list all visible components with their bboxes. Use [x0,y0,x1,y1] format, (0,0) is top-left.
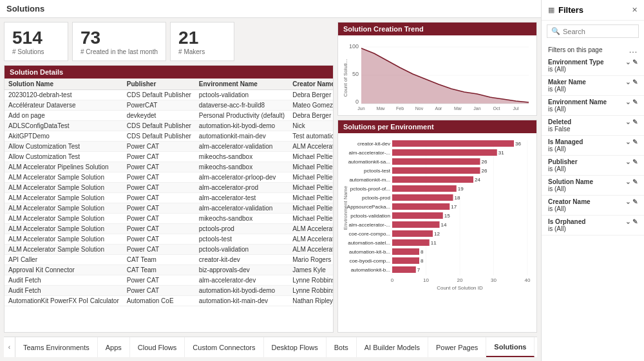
table-row[interactable]: ALM Accelerator Sample SolutionPower CAT… [5,203,333,214]
filters-title: Filters [558,5,583,15]
filter-edit-icon[interactable]: ✎ [632,178,638,185]
svg-text:14: 14 [441,222,447,228]
svg-text:pctools-proof-of...: pctools-proof-of... [350,186,390,192]
table-row[interactable]: Audit FetchPower CATautomation-kit-byodi… [5,286,333,296]
svg-text:31: 31 [498,150,504,156]
col-publisher[interactable]: Publisher [123,79,195,90]
table-row[interactable]: 20230120-debrah-testCDS Default Publishe… [5,90,333,100]
tab-cloud-flows[interactable]: Cloud Flows [130,337,185,357]
svg-rect-66 [392,221,440,228]
filter-edit-icon[interactable]: ✎ [632,98,638,106]
env-chart-svg: Environment Name 010203040creator-kit-de… [342,137,534,295]
kpi-solutions: 514 # Solutions [4,22,68,61]
tab-business-process-flows[interactable]: Business Process Flows [535,337,537,357]
filter-chevron-icon[interactable]: ⌄ [625,59,630,66]
svg-text:40: 40 [525,277,531,283]
filters-search-box[interactable]: 🔍 [547,24,639,38]
kpi-makers-label: # Makers [178,48,226,55]
tab-apps[interactable]: Apps [98,337,130,357]
solution-details-table-container[interactable]: Solution Name Publisher Environment Name… [5,79,333,332]
table-row[interactable]: Add on pagedevkeydetPersonal Productivit… [5,111,333,121]
filter-item: Is Managed ⌄ ✎ is (All) [542,136,644,156]
svg-text:alm-accelerator-...: alm-accelerator-... [349,150,390,156]
svg-text:12: 12 [434,231,440,237]
filter-chevron-icon[interactable]: ⌄ [625,118,630,125]
table-row[interactable]: ALM Accelerator Sample SolutionPower CAT… [5,224,333,234]
filter-edit-icon[interactable]: ✎ [632,218,638,225]
table-row[interactable]: ALM Accelerator Sample SolutionPower CAT… [5,193,333,203]
filter-chevron-icon[interactable]: ⌄ [625,218,630,225]
table-row[interactable]: ADLSConfigDataTestCDS Default Publishera… [5,121,333,131]
tab-bots[interactable]: Bots [327,337,357,357]
kpi-makers-value: 21 [178,28,226,48]
table-row[interactable]: ALM Accelerator Pipelines SolutionPower … [5,162,333,172]
table-row[interactable]: API CallerCAT Teamcreator-kit-devMario R… [5,255,333,265]
filters-close-icon[interactable]: ✕ [632,6,638,14]
svg-text:11: 11 [431,240,437,246]
kpi-makers: 21 # Makers [170,22,234,61]
svg-text:AppsourcePacka...: AppsourcePacka... [347,204,390,210]
tab-ai-builder-models[interactable]: AI Builder Models [357,337,428,357]
kpi-solutions-label: # Solutions [12,48,60,55]
table-row[interactable]: AkitGPTDemoCDS Default Publisherautomati… [5,131,333,142]
kpi-last-month-label: # Created in the last month [80,48,158,55]
filter-item: Environment Name ⌄ ✎ is (All) [542,96,644,116]
col-environment-name[interactable]: Environment Name [195,79,289,90]
solution-details-panel: Solution Details Solution Name Publisher… [4,65,334,333]
trend-chart-card: Solution Creation Trend 100 50 0 Count o… [337,22,537,116]
filters-more-icon[interactable]: … [629,44,638,55]
table-row[interactable]: AutomationKit PowerFX PoI CalculatorAuto… [5,296,333,306]
filter-edit-icon[interactable]: ✎ [632,118,638,125]
filter-edit-icon[interactable]: ✎ [632,198,638,205]
table-row[interactable]: ALM Accelerator Sample SolutionPower CAT… [5,234,333,245]
svg-text:18: 18 [455,195,460,201]
top-bar: Solutions [0,0,541,18]
filter-edit-icon[interactable]: ✎ [632,59,638,66]
svg-text:17: 17 [451,204,457,210]
filter-edit-icon[interactable]: ✎ [632,158,638,165]
filter-chevron-icon[interactable]: ⌄ [625,98,630,106]
filter-item: Publisher ⌄ ✎ is (All) [542,156,644,176]
svg-text:Count of Solution ID: Count of Solution ID [437,285,483,291]
filter-edit-icon[interactable]: ✎ [632,79,638,86]
svg-rect-63 [392,212,443,219]
svg-text:100: 100 [349,43,359,50]
svg-text:26: 26 [482,159,488,165]
tab-custom-connectors[interactable]: Custom Connectors [185,337,263,357]
search-input[interactable] [563,28,634,35]
tab-desktop-flows[interactable]: Desktop Flows [264,337,327,357]
tab-solutions[interactable]: Solutions [486,337,535,357]
table-row[interactable]: Accélérateur DataversePowerCATdataverse-… [5,100,333,111]
filter-edit-icon[interactable]: ✎ [632,138,638,145]
table-row[interactable]: Allow Customization TestPower CATmikeoch… [5,152,333,162]
solution-details-table: Solution Name Publisher Environment Name… [5,79,333,306]
table-row[interactable]: Allow Customization TestPower CATalm-acc… [5,142,333,152]
svg-text:Count of Soluti...: Count of Soluti... [343,59,348,97]
table-row[interactable]: Audit FetchPower CATalm-accelerator-devL… [5,275,333,286]
svg-text:0: 0 [391,277,394,283]
table-row[interactable]: ALM Accelerator Sample SolutionPower CAT… [5,172,333,183]
filter-chevron-icon[interactable]: ⌄ [625,79,630,86]
bottom-nav: ‹ Teams Environments Apps Cloud Flows Cu… [4,337,537,357]
svg-text:pctools-test: pctools-test [364,168,391,174]
table-row[interactable]: Approval Kit ConnectorCAT Teambiz-approv… [5,265,333,275]
filter-chevron-icon[interactable]: ⌄ [625,138,630,145]
col-creator-name[interactable]: Creator Name [289,79,333,90]
tab-power-pages[interactable]: Power Pages [428,337,486,357]
svg-text:24: 24 [475,177,480,183]
svg-rect-45 [392,158,480,165]
env-chart-header: Solutions per Environment [338,120,536,133]
svg-text:creator-kit-dev: creator-kit-dev [357,141,390,147]
trend-chart-header: Solution Creation Trend [338,23,536,35]
tab-teams-environments[interactable]: Teams Environments [15,337,98,357]
filter-items-list: Environment Type ⌄ ✎ is (All) Maker Name… [542,56,644,361]
filter-chevron-icon[interactable]: ⌄ [625,178,630,185]
filter-chevron-icon[interactable]: ⌄ [625,198,630,205]
nav-left-arrow[interactable]: ‹ [4,337,15,357]
table-row[interactable]: ALM Accelerator Sample SolutionPower CAT… [5,214,333,224]
table-row[interactable]: ALM Accelerator Sample SolutionPower CAT… [5,183,333,193]
table-row[interactable]: ALM Accelerator Sample SolutionPower CAT… [5,245,333,255]
dashboard: 514 # Solutions 73 # Created in the last… [0,18,541,361]
filter-chevron-icon[interactable]: ⌄ [625,158,630,165]
col-solution-name[interactable]: Solution Name [5,79,123,90]
